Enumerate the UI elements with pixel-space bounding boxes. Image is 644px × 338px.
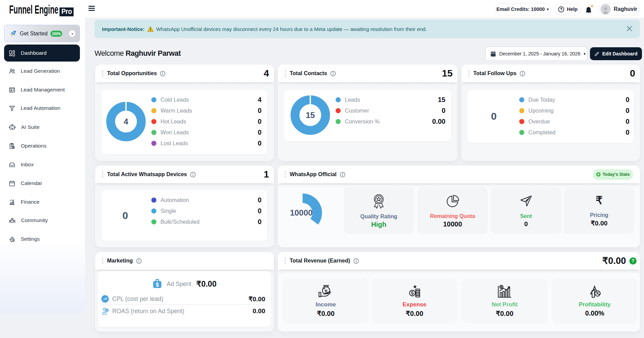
svg-text:$: $ bbox=[156, 282, 159, 288]
svg-text:$: $ bbox=[106, 309, 108, 312]
svg-text:10000: 10000 bbox=[290, 208, 313, 217]
svg-text:15: 15 bbox=[306, 111, 315, 120]
svg-text:4: 4 bbox=[124, 117, 129, 126]
